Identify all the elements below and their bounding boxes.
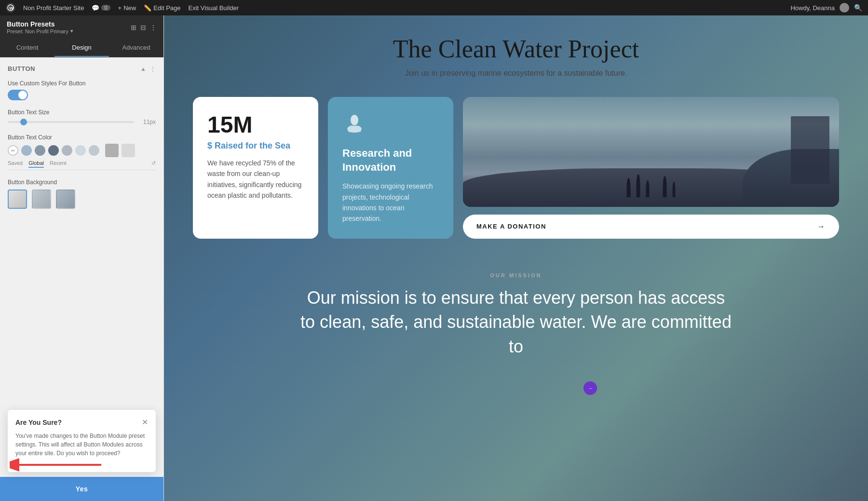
stat-label: $ Raised for the Sea [207,141,304,151]
color-edit-swatch[interactable]: ✏ [8,145,18,156]
donation-arrow-icon: → [817,222,826,231]
svg-point-4 [351,115,358,125]
main-content-area: The Clean Water Project Join us in prese… [164,15,868,501]
svg-text:W: W [9,6,14,11]
comment-bar[interactable]: 💬 0 [92,4,110,12]
sidebar-panel: Button Presets Preset: Non Profit Primar… [0,15,164,501]
section-title: Button [8,65,35,72]
section-more-icon[interactable]: ⋮ [150,66,156,72]
hero-title: The Clean Water Project [193,35,839,63]
color-large-swatch-2[interactable] [122,144,135,157]
dialog-body: You've made changes to the Button Module… [15,432,148,458]
sub-tab-reset[interactable]: ↺ [151,160,156,168]
dialog-title: Are You Sure? [15,419,62,426]
tab-design[interactable]: Design [54,39,109,57]
color-swatch-3[interactable] [48,145,59,156]
color-swatch-1[interactable] [21,145,32,156]
color-swatch-4[interactable] [62,145,72,156]
chat-bubble[interactable] [583,381,597,395]
sidebar-header: Button Presets Preset: Non Profit Primar… [0,15,163,39]
wp-logo[interactable]: W [6,3,15,13]
research-title: Research and Innovation [342,147,439,174]
user-avatar[interactable] [840,3,849,13]
collapse-icon[interactable]: ▲ [140,66,146,72]
color-swatch-6[interactable] [89,145,99,156]
tab-content[interactable]: Content [0,39,54,57]
custom-styles-toggle[interactable] [8,90,28,100]
stat-card: 15M $ Raised for the Sea We have recycle… [193,97,318,239]
sub-tab-global[interactable]: Global [28,160,44,168]
tab-advanced[interactable]: Advanced [109,39,163,57]
mission-section: OUR MISSION Our mission is to ensure tha… [193,263,839,359]
bg-label: Button Background [8,179,156,186]
sidebar-tabs: Content Design Advanced [0,39,163,57]
donation-button[interactable]: MAKE A DONATION → [463,215,839,239]
hero-subtitle: Join us in preserving marine ecosystems … [193,69,839,78]
layout-icon[interactable]: ⊟ [140,24,146,31]
color-swatches: ✏ [8,144,156,157]
beach-image [463,97,839,207]
text-size-slider[interactable] [8,121,134,123]
text-size-value: 11px [139,119,156,125]
mission-text: Our mission is to ensure that every pers… [299,286,733,359]
donation-btn-text: MAKE A DONATION [476,223,546,230]
yes-button[interactable]: Yes [0,477,163,501]
water-drop-icon [342,111,439,140]
text-size-label: Button Text Size [8,109,156,116]
research-card: Research and Innovation Showcasing ongoi… [328,97,453,239]
wp-admin-bar: W Non Profit Starter Site 💬 0 + New ✏️ E… [0,0,868,15]
howdy-text: Howdy, Deanna [790,4,835,12]
plugin-title: Button Presets [7,20,73,28]
color-large-swatch-1[interactable] [105,144,119,157]
stat-description: We have recycled 75% of the waste from o… [207,158,304,201]
image-card: MAKE A DONATION → [463,97,839,239]
search-icon[interactable]: 🔍 [854,4,862,12]
exit-builder-bar[interactable]: Exit Visual Builder [189,4,239,12]
mission-label: OUR MISSION [193,272,839,278]
new-bar[interactable]: + New [118,4,136,12]
hero-section: The Clean Water Project Join us in prese… [193,35,839,78]
color-swatch-5[interactable] [75,145,86,156]
research-description: Showcasing ongoing research projects, te… [342,181,439,224]
text-color-label: Button Text Color [8,134,156,141]
site-name-bar[interactable]: Non Profit Starter Site [23,4,84,12]
dialog-close-button[interactable]: ✕ [142,418,148,427]
edit-page-bar[interactable]: ✏️ Edit Page [144,4,180,12]
sub-tab-recent[interactable]: Recent [50,160,67,168]
responsive-icon[interactable]: ⊞ [131,24,136,31]
bg-swatch-image[interactable] [56,190,75,209]
custom-styles-label: Use Custom Styles For Button [8,80,156,87]
confirm-dialog: Are You Sure? ✕ You've made changes to t… [8,410,156,472]
bg-swatch-transparent[interactable] [8,190,27,209]
preset-label[interactable]: Preset: Non Profit Primary ▾ [7,28,73,34]
more-icon[interactable]: ⋮ [150,24,157,31]
bg-swatch-gradient[interactable] [32,190,51,209]
stat-number: 15M [207,111,304,138]
color-swatch-2[interactable] [35,145,45,156]
sub-tab-saved[interactable]: Saved [8,160,23,168]
cards-row: 15M $ Raised for the Sea We have recycle… [193,97,839,239]
